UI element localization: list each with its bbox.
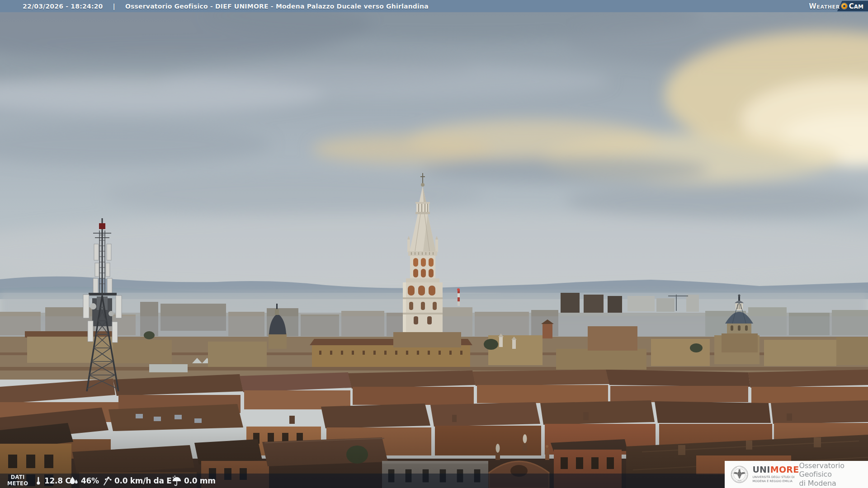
unimore-wordmark: UNIMORE <box>752 465 795 474</box>
top-bar: 22/03/2026 - 18:24:20 | Osservatorio Geo… <box>0 0 868 12</box>
seal-eagle <box>733 469 745 479</box>
wind-icon <box>102 475 112 486</box>
humidity-icon <box>69 475 79 486</box>
datetime: 22/03/2026 - 18:24:20 <box>23 3 103 10</box>
humidity-reading: 46% <box>69 474 99 488</box>
unimore-subtitle: UNIVERSITÀ DEGLI STUDI DI MODENA E REGGI… <box>752 475 795 483</box>
meteo-data-label: DATI METEO <box>7 474 28 487</box>
rain-reading: 0.0 mm <box>172 474 216 488</box>
svg-text:1175: 1175 <box>738 480 741 482</box>
wind-reading: 0.0 km/h da E <box>102 474 172 488</box>
temperature-reading: 12.8 C <box>34 474 71 488</box>
humidity-value: 46% <box>81 476 99 485</box>
rain-value: 0.0 mm <box>184 476 216 485</box>
weathercam-cam-label: CAM <box>849 2 863 10</box>
city-panorama <box>0 0 868 488</box>
unimore-logo: · UNIVERSITAS STUDIORUM MUTINENSIS ET RE… <box>725 461 868 488</box>
weathercam-watermark: WEATHER CAM <box>809 0 868 12</box>
observatory-name: Osservatorio Geofisico di Modena <box>799 461 868 488</box>
temperature-value: 12.8 C <box>44 476 71 485</box>
rain-umbrella-icon <box>172 475 182 486</box>
unimore-brand: UNIMORE UNIVERSITÀ DEGLI STUDI DI MODENA… <box>752 465 795 483</box>
weathercam-weather-label: WEATHER <box>809 2 840 10</box>
webcam-frame: 22/03/2026 - 18:24:20 | Osservatorio Geo… <box>0 0 868 488</box>
unimore-seal-icon: · UNIVERSITAS STUDIORUM MUTINENSIS ET RE… <box>731 464 748 485</box>
camera-title: Osservatorio Geofisico - DIEF UNIMORE - … <box>125 3 429 10</box>
camera-lens-icon <box>841 3 847 9</box>
weathercam-badge: CAM <box>837 1 868 11</box>
wind-value: 0.0 km/h da E <box>114 476 172 485</box>
thermometer-icon <box>34 475 42 487</box>
separator: | <box>113 3 115 10</box>
